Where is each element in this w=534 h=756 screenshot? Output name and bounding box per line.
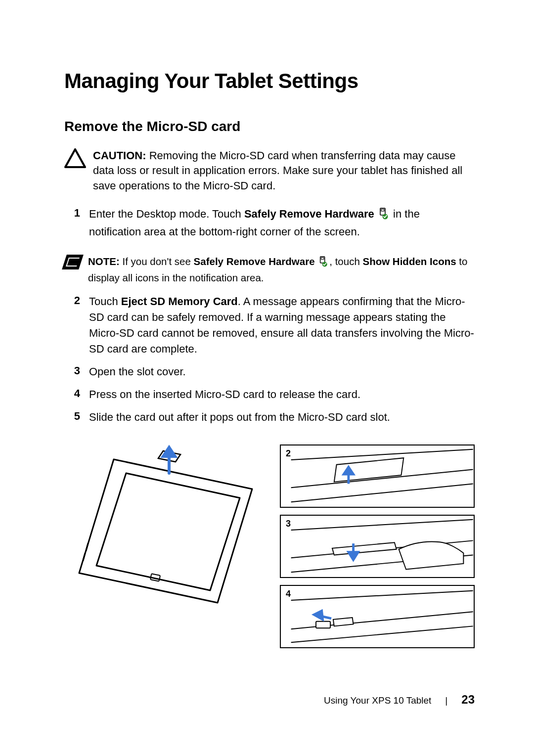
caution-icon xyxy=(64,148,86,168)
step-number: 3 xyxy=(64,364,80,380)
footer-separator: | xyxy=(445,695,447,706)
note-block: NOTE: If you don't see Safely Remove Har… xyxy=(64,255,475,285)
safely-remove-hardware-label: Safely Remove Hardware xyxy=(244,208,374,220)
note-text: NOTE: If you don't see Safely Remove Har… xyxy=(88,255,475,285)
section-subtitle: Remove the Micro-SD card xyxy=(64,119,475,134)
note-icon xyxy=(62,255,84,269)
svg-rect-5 xyxy=(321,258,324,260)
safely-remove-hardware-icon xyxy=(318,256,328,271)
steps-list: 1 Enter the Desktop mode. Touch Safely R… xyxy=(64,206,475,240)
figures-row: 2 3 xyxy=(64,445,475,648)
panel-label: 2 xyxy=(286,448,291,459)
step-number: 4 xyxy=(64,387,80,402)
svg-marker-0 xyxy=(65,149,85,167)
svg-line-24 xyxy=(291,626,473,643)
step-body: Touch Eject SD Memory Card. A message ap… xyxy=(89,294,475,357)
step-1: 1 Enter the Desktop mode. Touch Safely R… xyxy=(64,206,475,240)
steps-list-cont: 2 Touch Eject SD Memory Card. A message … xyxy=(64,294,475,425)
svg-marker-27 xyxy=(314,611,322,620)
text: Enter the Desktop mode. Touch xyxy=(89,208,244,220)
figure-panel-3: 3 xyxy=(280,515,475,578)
svg-rect-25 xyxy=(316,622,330,628)
safely-remove-hardware-icon xyxy=(378,208,389,224)
text: If you don't see xyxy=(120,256,194,267)
svg-line-22 xyxy=(291,591,473,600)
eject-sd-label: Eject SD Memory Card xyxy=(121,295,238,308)
figure-panel-2: 2 xyxy=(280,445,475,508)
text: Touch xyxy=(89,295,121,308)
step-body: Enter the Desktop mode. Touch Safely Rem… xyxy=(89,206,475,240)
svg-line-12 xyxy=(291,449,473,460)
note-label: NOTE: xyxy=(88,256,120,267)
show-hidden-icons-label: Show Hidden Icons xyxy=(363,256,456,267)
svg-rect-2 xyxy=(381,209,384,211)
figure-tablet xyxy=(74,445,262,648)
svg-marker-8 xyxy=(163,447,175,456)
safely-remove-hardware-label: Safely Remove Hardware xyxy=(194,256,315,267)
footer-section: Using Your XPS 10 Tablet xyxy=(324,695,431,706)
svg-line-17 xyxy=(291,520,473,530)
caution-body: Removing the Micro-SD card when transfer… xyxy=(93,149,462,192)
step-5: 5 Slide the card out after it pops out f… xyxy=(64,409,475,425)
step-number: 2 xyxy=(64,294,80,357)
page-footer: Using Your XPS 10 Tablet | 23 xyxy=(324,693,475,707)
step-4: 4 Press on the inserted Micro-SD card to… xyxy=(64,387,475,402)
footer-page-number: 23 xyxy=(461,693,475,707)
step-number: 5 xyxy=(64,409,80,425)
step-body: Press on the inserted Micro-SD card to r… xyxy=(89,387,475,402)
step-2: 2 Touch Eject SD Memory Card. A message … xyxy=(64,294,475,357)
caution-text: CAUTION: Removing the Micro-SD card when… xyxy=(93,148,475,193)
panel-label: 3 xyxy=(286,519,291,529)
panel-label: 4 xyxy=(286,589,291,599)
caution-label: CAUTION: xyxy=(93,149,146,162)
text: , touch xyxy=(329,256,362,267)
step-body: Slide the card out after it pops out fro… xyxy=(89,409,475,425)
svg-line-14 xyxy=(291,484,473,502)
page-title: Managing Your Tablet Settings xyxy=(64,69,475,93)
figure-panel-4: 4 xyxy=(280,585,475,648)
step-body: Open the slot cover. xyxy=(89,364,475,380)
svg-marker-21 xyxy=(349,552,358,560)
caution-block: CAUTION: Removing the Micro-SD card when… xyxy=(64,148,475,193)
step-3: 3 Open the slot cover. xyxy=(64,364,475,380)
step-number: 1 xyxy=(64,206,80,240)
